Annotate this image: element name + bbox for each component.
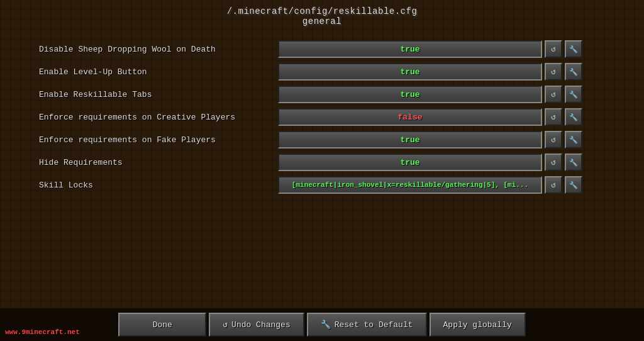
setting-undo-icon-skill-locks[interactable]: ↺	[545, 176, 562, 194]
setting-reset-icon-enforce-fake[interactable]: 🔧	[565, 131, 582, 148]
setting-label-disable-sheep: Disable Sheep Dropping Wool on Death	[39, 45, 278, 54]
setting-reset-icon-hide-requirements[interactable]: 🔧	[565, 154, 582, 171]
setting-reset-icon-skill-locks[interactable]: 🔧	[565, 176, 582, 194]
setting-value-box-skill-locks[interactable]: [minecraft|iron_shovel|x=reskillable/gat…	[278, 176, 542, 194]
setting-label-hide-requirements: Hide Requirements	[39, 158, 278, 167]
setting-label-enable-tabs: Enable Reskillable Tabs	[39, 90, 278, 99]
setting-undo-icon-enforce-fake[interactable]: ↺	[545, 131, 562, 148]
setting-value-container-skill-locks: [minecraft|iron_shovel|x=reskillable/gat…	[278, 176, 582, 194]
setting-row-disable-sheep: Disable Sheep Dropping Wool on Deathtrue…	[39, 39, 605, 59]
setting-value-container-enable-tabs: true↺🔧	[278, 86, 582, 103]
setting-row-enforce-creative: Enforce requirements on Creative Players…	[39, 107, 605, 127]
setting-reset-icon-enable-tabs[interactable]: 🔧	[565, 86, 582, 103]
section-title: general	[227, 16, 418, 26]
watermark-text: www.9minecraft.net	[5, 328, 80, 336]
setting-value-box-disable-sheep[interactable]: true	[278, 40, 542, 58]
setting-value-container-enforce-fake: true↺🔧	[278, 131, 582, 148]
setting-reset-icon-enforce-creative[interactable]: 🔧	[565, 108, 582, 126]
setting-row-skill-locks: Skill Locks[minecraft|iron_shovel|x=resk…	[39, 175, 605, 195]
title-area: /.minecraft/config/reskillable.cfg gener…	[227, 6, 418, 26]
setting-undo-icon-hide-requirements[interactable]: ↺	[545, 154, 562, 171]
setting-reset-icon-enable-levelup[interactable]: 🔧	[565, 63, 582, 81]
setting-value-text-enable-tabs: true	[400, 90, 419, 99]
main-container: /.minecraft/config/reskillable.cfg gener…	[0, 0, 644, 341]
setting-undo-icon-enforce-creative[interactable]: ↺	[545, 108, 562, 126]
setting-value-text-hide-requirements: true	[400, 158, 419, 167]
setting-value-container-hide-requirements: true↺🔧	[278, 154, 582, 171]
setting-value-text-disable-sheep: true	[400, 45, 419, 54]
setting-value-box-hide-requirements[interactable]: true	[278, 154, 542, 171]
setting-undo-icon-enable-levelup[interactable]: ↺	[545, 63, 562, 81]
setting-reset-icon-disable-sheep[interactable]: 🔧	[565, 40, 582, 58]
setting-label-enforce-fake: Enforce requirements on Fake Players	[39, 135, 278, 145]
setting-value-text-enable-levelup: true	[400, 67, 419, 77]
setting-value-text-enforce-fake: true	[400, 135, 419, 145]
setting-label-enforce-creative: Enforce requirements on Creative Players	[39, 113, 278, 122]
setting-value-text-skill-locks: [minecraft|iron_shovel|x=reskillable/gat…	[292, 181, 528, 189]
setting-value-text-enforce-creative: false	[397, 113, 422, 122]
setting-value-box-enforce-fake[interactable]: true	[278, 131, 542, 148]
setting-row-enforce-fake: Enforce requirements on Fake Playerstrue…	[39, 130, 605, 150]
setting-row-hide-requirements: Hide Requirementstrue↺🔧	[39, 152, 605, 172]
setting-label-enable-levelup: Enable Level-Up Button	[39, 67, 278, 77]
setting-label-skill-locks: Skill Locks	[39, 181, 278, 190]
setting-row-enable-tabs: Enable Reskillable Tabstrue↺🔧	[39, 84, 605, 104]
settings-content: Disable Sheep Dropping Wool on Deathtrue…	[39, 39, 605, 341]
config-path-title: /.minecraft/config/reskillable.cfg	[227, 6, 418, 16]
setting-value-box-enforce-creative[interactable]: false	[278, 108, 542, 126]
setting-value-container-enforce-creative: false↺🔧	[278, 108, 582, 126]
setting-undo-icon-disable-sheep[interactable]: ↺	[545, 40, 562, 58]
setting-undo-icon-enable-tabs[interactable]: ↺	[545, 86, 562, 103]
setting-value-container-disable-sheep: true↺🔧	[278, 40, 582, 58]
setting-value-box-enable-levelup[interactable]: true	[278, 63, 542, 81]
setting-row-enable-levelup: Enable Level-Up Buttontrue↺🔧	[39, 62, 605, 82]
setting-value-container-enable-levelup: true↺🔧	[278, 63, 582, 81]
setting-value-box-enable-tabs[interactable]: true	[278, 86, 542, 103]
